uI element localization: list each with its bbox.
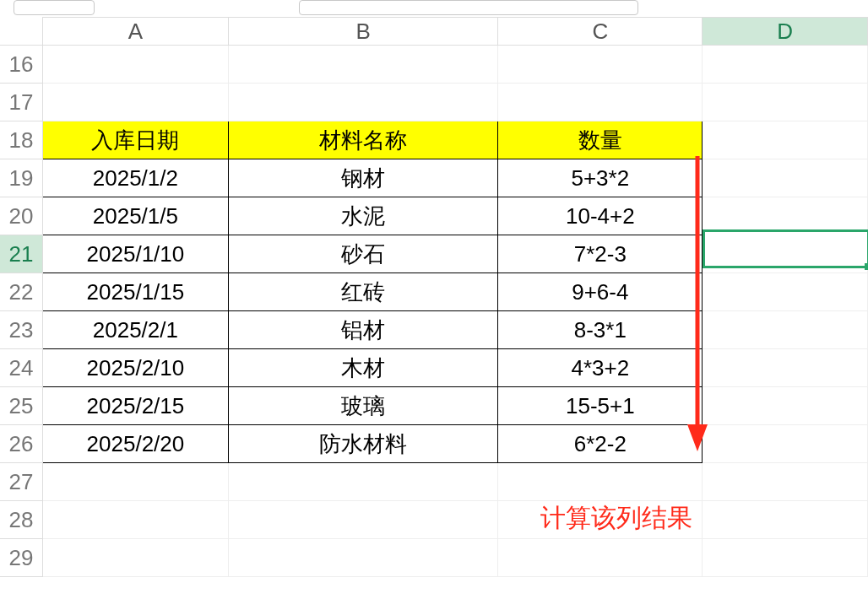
- cell-A27[interactable]: [42, 463, 228, 501]
- row-23: 23 2025/2/1 铝材 8-3*1: [0, 311, 868, 349]
- cell-B25[interactable]: 玻璃: [228, 387, 498, 425]
- cell-B29[interactable]: [228, 539, 498, 577]
- row-header-21[interactable]: 21: [0, 235, 42, 273]
- row-29: 29: [0, 539, 868, 577]
- cell-B17[interactable]: [228, 84, 498, 121]
- cell-A21[interactable]: 2025/1/10: [42, 235, 228, 273]
- cell-D25[interactable]: [703, 387, 868, 425]
- cell-B28[interactable]: [228, 501, 498, 539]
- cell-C25[interactable]: 15-5+1: [498, 387, 703, 425]
- row-16: 16: [0, 46, 868, 84]
- row-header-18[interactable]: 18: [0, 121, 42, 159]
- worksheet-grid[interactable]: A B C D 16 17 18: [0, 17, 868, 577]
- column-header-row: A B C D: [0, 18, 868, 46]
- row-header-28[interactable]: 28: [0, 501, 42, 539]
- col-header-A[interactable]: A: [42, 18, 228, 46]
- cell-D18[interactable]: [703, 121, 868, 159]
- cell-A24[interactable]: 2025/2/10: [42, 349, 228, 387]
- cell-A16[interactable]: [42, 46, 228, 84]
- row-header-20[interactable]: 20: [0, 197, 42, 235]
- cell-A26[interactable]: 2025/2/20: [42, 425, 228, 463]
- cell-D16[interactable]: [703, 46, 868, 84]
- formula-input[interactable]: [299, 0, 638, 15]
- cell-C20[interactable]: 10-4+2: [498, 197, 703, 235]
- cell-C27[interactable]: [498, 463, 703, 501]
- cell-B19[interactable]: 钢材: [228, 159, 498, 197]
- name-box[interactable]: [14, 0, 95, 15]
- annotation-text: 计算该列结果: [540, 501, 692, 536]
- cell-D29[interactable]: [703, 539, 868, 577]
- row-25: 25 2025/2/15 玻璃 15-5+1: [0, 387, 868, 425]
- cell-B24[interactable]: 木材: [228, 349, 498, 387]
- cell-A20[interactable]: 2025/1/5: [42, 197, 228, 235]
- cell-D19[interactable]: [703, 159, 868, 197]
- row-22: 22 2025/1/15 红砖 9+6-4: [0, 273, 868, 311]
- col-header-D[interactable]: D: [703, 18, 868, 46]
- row-26: 26 2025/2/20 防水材料 6*2-2: [0, 425, 868, 463]
- row-18: 18 入库日期 材料名称 数量: [0, 121, 868, 159]
- row-28: 28: [0, 501, 868, 539]
- row-27: 27: [0, 463, 868, 501]
- row-17: 17: [0, 84, 868, 121]
- annotation-arrow-icon: [686, 156, 719, 453]
- col-header-C[interactable]: C: [498, 18, 703, 46]
- cell-B27[interactable]: [228, 463, 498, 501]
- cell-B22[interactable]: 红砖: [228, 273, 498, 311]
- cell-D27[interactable]: [703, 463, 868, 501]
- cell-D20[interactable]: [703, 197, 868, 235]
- svg-marker-1: [687, 424, 708, 451]
- cell-D22[interactable]: [703, 273, 868, 311]
- cell-A29[interactable]: [42, 539, 228, 577]
- cell-C22[interactable]: 9+6-4: [498, 273, 703, 311]
- cell-B26[interactable]: 防水材料: [228, 425, 498, 463]
- cell-A18[interactable]: 入库日期: [42, 121, 228, 159]
- cell-C17[interactable]: [498, 84, 703, 121]
- cell-A19[interactable]: 2025/1/2: [42, 159, 228, 197]
- row-header-23[interactable]: 23: [0, 311, 42, 349]
- cell-A17[interactable]: [42, 84, 228, 121]
- row-20: 20 2025/1/5 水泥 10-4+2: [0, 197, 868, 235]
- cell-B21[interactable]: 砂石: [228, 235, 498, 273]
- row-header-16[interactable]: 16: [0, 46, 42, 84]
- cell-D28[interactable]: [703, 501, 868, 539]
- cell-C24[interactable]: 4*3+2: [498, 349, 703, 387]
- formula-bar-strip: [0, 0, 868, 17]
- spreadsheet-window: A B C D 16 17 18: [0, 0, 868, 599]
- cell-A28[interactable]: [42, 501, 228, 539]
- col-header-B[interactable]: B: [228, 18, 498, 46]
- row-header-19[interactable]: 19: [0, 159, 42, 197]
- cell-A25[interactable]: 2025/2/15: [42, 387, 228, 425]
- row-header-27[interactable]: 27: [0, 463, 42, 501]
- cell-D21[interactable]: [703, 235, 868, 273]
- cell-C18[interactable]: 数量: [498, 121, 703, 159]
- row-19: 19 2025/1/2 钢材 5+3*2: [0, 159, 868, 197]
- cell-D24[interactable]: [703, 349, 868, 387]
- row-header-26[interactable]: 26: [0, 425, 42, 463]
- cell-B20[interactable]: 水泥: [228, 197, 498, 235]
- cell-C16[interactable]: [498, 46, 703, 84]
- row-header-17[interactable]: 17: [0, 84, 42, 121]
- cell-B16[interactable]: [228, 46, 498, 84]
- cell-C23[interactable]: 8-3*1: [498, 311, 703, 349]
- row-header-24[interactable]: 24: [0, 349, 42, 387]
- row-header-29[interactable]: 29: [0, 539, 42, 577]
- row-header-25[interactable]: 25: [0, 387, 42, 425]
- cell-A23[interactable]: 2025/2/1: [42, 311, 228, 349]
- cell-B23[interactable]: 铝材: [228, 311, 498, 349]
- cell-B18[interactable]: 材料名称: [228, 121, 498, 159]
- cell-A22[interactable]: 2025/1/15: [42, 273, 228, 311]
- row-21: 21 2025/1/10 砂石 7*2-3: [0, 235, 868, 273]
- cell-D23[interactable]: [703, 311, 868, 349]
- cell-C19[interactable]: 5+3*2: [498, 159, 703, 197]
- cell-C21[interactable]: 7*2-3: [498, 235, 703, 273]
- row-24: 24 2025/2/10 木材 4*3+2: [0, 349, 868, 387]
- select-all-corner[interactable]: [0, 18, 42, 46]
- sheet-table: A B C D 16 17 18: [0, 17, 868, 577]
- cell-C29[interactable]: [498, 539, 703, 577]
- row-header-22[interactable]: 22: [0, 273, 42, 311]
- cell-C26[interactable]: 6*2-2: [498, 425, 703, 463]
- cell-D17[interactable]: [703, 84, 868, 121]
- cell-D26[interactable]: [703, 425, 868, 463]
